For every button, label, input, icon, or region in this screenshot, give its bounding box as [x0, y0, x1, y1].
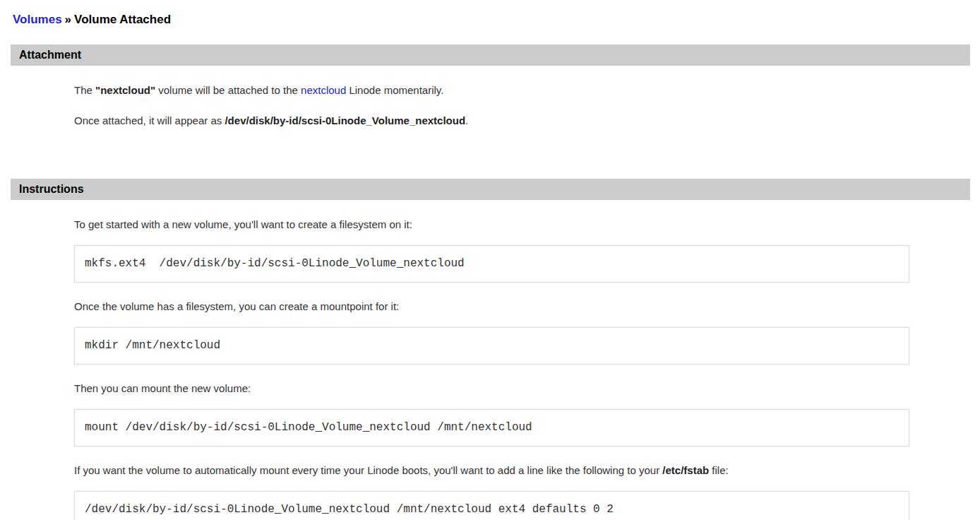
attachment-section-header: Attachment: [11, 45, 970, 66]
mount-command-codebox: mount /dev/disk/by-id/scsi-0Linode_Volum…: [74, 409, 909, 447]
device-path: /dev/disk/by-id/scsi-0Linode_Volume_next…: [225, 114, 465, 126]
instructions-step4-text: If you want the volume to automatically …: [74, 463, 909, 477]
instructions-section-header: Instructions: [11, 179, 970, 200]
attachment-section-title: Attachment: [19, 49, 81, 61]
attachment-device-line: Once attached, it will appear as /dev/di…: [74, 114, 909, 127]
instructions-step3-text: Then you can mount the new volume:: [74, 382, 909, 395]
mkdir-command-codebox: mkdir /mnt/nextcloud: [74, 327, 909, 365]
breadcrumb-current-page: Volume Attached: [74, 13, 171, 26]
breadcrumb-separator: »: [65, 13, 71, 26]
instructions-step1-text: To get started with a new volume, you'll…: [74, 218, 909, 231]
text-segment: If you want the volume to automatically …: [74, 464, 662, 476]
text-segment: Once attached, it will appear as: [74, 114, 225, 126]
text-segment: Linode momentarily.: [346, 84, 443, 96]
text-segment: volume will be attached to the: [155, 84, 301, 96]
breadcrumb: Volumes»Volume Attached: [13, 13, 970, 27]
breadcrumb-volumes-link[interactable]: Volumes: [13, 13, 62, 26]
instructions-step2-text: Once the volume has a filesystem, you ca…: [74, 300, 909, 313]
volume-name: "nextcloud": [95, 84, 155, 96]
fstab-path: /etc/fstab: [662, 464, 709, 476]
text-segment: file:: [709, 464, 729, 476]
fstab-line-codebox: /dev/disk/by-id/scsi-0Linode_Volume_next…: [74, 491, 909, 520]
volume-attached-page: Volumes»Volume Attached Attachment The "…: [0, 0, 980, 520]
text-segment: The: [74, 84, 95, 96]
attachment-status-line: The "nextcloud" volume will be attached …: [74, 83, 909, 97]
linode-link[interactable]: nextcloud: [301, 84, 346, 96]
mkfs-command-codebox: mkfs.ext4 /dev/disk/by-id/scsi-0Linode_V…: [74, 245, 909, 283]
instructions-section-title: Instructions: [19, 183, 84, 195]
attachment-section-body: The "nextcloud" volume will be attached …: [11, 66, 970, 142]
text-segment: .: [465, 114, 468, 126]
instructions-section-body: To get started with a new volume, you'll…: [11, 200, 970, 520]
